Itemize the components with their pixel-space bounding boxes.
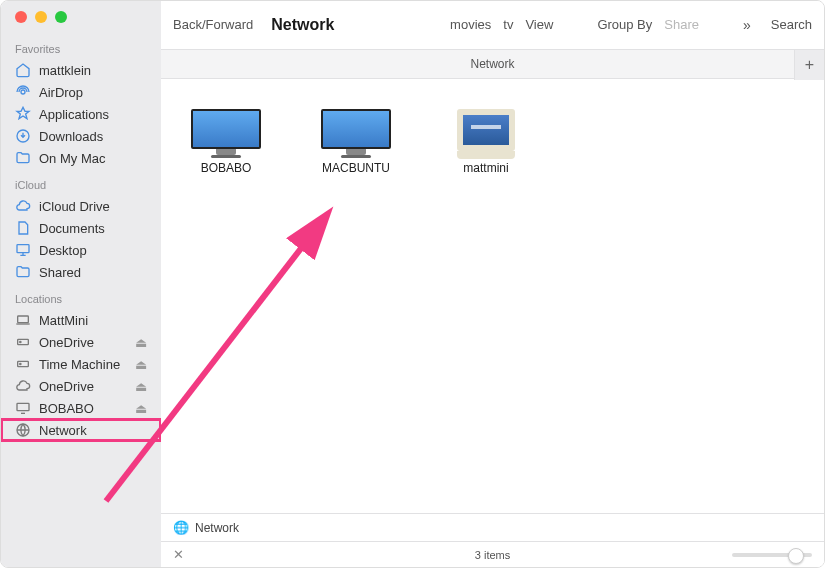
sidebar-item-onedrive[interactable]: OneDrive⏏ <box>1 331 161 353</box>
sidebar-item-shared[interactable]: Shared <box>1 261 161 283</box>
disk-icon <box>15 356 31 372</box>
view-button[interactable]: View <box>525 17 553 32</box>
sidebar-item-label: OneDrive <box>39 379 127 394</box>
sidebar-item-mattmini[interactable]: MattMini <box>1 309 161 331</box>
item-label: BOBABO <box>201 161 252 175</box>
section-locations: Locations <box>1 283 161 309</box>
sidebar-item-label: MattMini <box>39 313 147 328</box>
folder-icon <box>15 264 31 280</box>
status-bar: ✕ 3 items <box>161 541 824 567</box>
icon-size-slider[interactable] <box>732 553 812 557</box>
chevron-right-icon[interactable]: » <box>743 17 751 33</box>
search-button[interactable]: Search <box>771 17 812 32</box>
network-icon: 🌐 <box>173 520 189 535</box>
sidebar-item-downloads[interactable]: Downloads <box>1 125 161 147</box>
svg-rect-2 <box>17 245 29 253</box>
toolbar: Back/Forward Network movies tv View Grou… <box>161 1 824 49</box>
group-by-button[interactable]: Group By <box>597 17 652 32</box>
column-header: Network + <box>161 49 824 79</box>
back-forward-button[interactable]: Back/Forward <box>173 17 253 32</box>
sidebar-item-label: iCloud Drive <box>39 199 147 214</box>
sidebar-item-label: Desktop <box>39 243 147 258</box>
network-icon <box>15 422 31 438</box>
sidebar-item-label: mattklein <box>39 63 147 78</box>
sidebar: Favorites mattkleinAirDropApplicationsDo… <box>1 1 161 567</box>
add-column-button[interactable]: + <box>794 50 824 80</box>
sidebar-item-mattklein[interactable]: mattklein <box>1 59 161 81</box>
item-label: MACBUNTU <box>322 161 390 175</box>
item-label: mattmini <box>463 161 508 175</box>
airdrop-icon <box>15 84 31 100</box>
path-bar: 🌐 Network <box>161 513 824 541</box>
minimize-icon[interactable] <box>35 11 47 23</box>
window-title: Network <box>271 16 334 34</box>
window-controls <box>1 11 161 33</box>
eject-icon[interactable]: ⏏ <box>135 335 147 350</box>
tv-button[interactable]: tv <box>503 17 513 32</box>
section-favorites: Favorites <box>1 33 161 59</box>
sidebar-item-label: Applications <box>39 107 147 122</box>
home-icon <box>15 62 31 78</box>
sidebar-item-network[interactable]: Network <box>1 419 161 441</box>
sidebar-item-applications[interactable]: Applications <box>1 103 161 125</box>
sidebar-item-icloud-drive[interactable]: iCloud Drive <box>1 195 161 217</box>
mac-display-icon <box>191 109 261 153</box>
content-area[interactable]: BOBABOMACBUNTUmattmini <box>161 79 824 513</box>
path-label[interactable]: Network <box>195 521 239 535</box>
sidebar-item-label: OneDrive <box>39 335 127 350</box>
cloud-icon <box>15 378 31 394</box>
document-icon <box>15 220 31 236</box>
svg-point-5 <box>20 341 21 342</box>
mac-icon <box>15 312 31 328</box>
network-item-mattmini[interactable]: mattmini <box>441 109 531 175</box>
sidebar-item-desktop[interactable]: Desktop <box>1 239 161 261</box>
sidebar-item-label: Documents <box>39 221 147 236</box>
share-button[interactable]: Share <box>664 17 699 32</box>
eject-icon[interactable]: ⏏ <box>135 401 147 416</box>
sidebar-item-label: On My Mac <box>39 151 147 166</box>
header-title: Network <box>470 57 514 71</box>
movies-button[interactable]: movies <box>450 17 491 32</box>
desktop-icon <box>15 242 31 258</box>
close-tab-icon[interactable]: ✕ <box>173 547 184 562</box>
disk-icon <box>15 334 31 350</box>
sidebar-item-label: Downloads <box>39 129 147 144</box>
applications-icon <box>15 106 31 122</box>
network-item-macbuntu[interactable]: MACBUNTU <box>311 109 401 175</box>
svg-rect-3 <box>18 316 29 323</box>
downloads-icon <box>15 128 31 144</box>
sidebar-item-label: Shared <box>39 265 147 280</box>
maximize-icon[interactable] <box>55 11 67 23</box>
section-icloud: iCloud <box>1 169 161 195</box>
sidebar-item-label: BOBABO <box>39 401 127 416</box>
folder-icon <box>15 150 31 166</box>
display-icon <box>15 400 31 416</box>
main-pane: Back/Forward Network movies tv View Grou… <box>161 1 824 567</box>
sidebar-item-airdrop[interactable]: AirDrop <box>1 81 161 103</box>
network-item-bobabo[interactable]: BOBABO <box>181 109 271 175</box>
sidebar-item-label: AirDrop <box>39 85 147 100</box>
sidebar-item-bobabo[interactable]: BOBABO⏏ <box>1 397 161 419</box>
sidebar-item-documents[interactable]: Documents <box>1 217 161 239</box>
pc-display-icon <box>451 109 521 153</box>
eject-icon[interactable]: ⏏ <box>135 379 147 394</box>
sidebar-item-label: Time Machine <box>39 357 127 372</box>
sidebar-item-time-machine[interactable]: Time Machine⏏ <box>1 353 161 375</box>
sidebar-item-label: Network <box>39 423 147 438</box>
svg-rect-8 <box>17 403 29 410</box>
svg-point-7 <box>20 363 21 364</box>
cloud-icon <box>15 198 31 214</box>
sidebar-item-on-my-mac[interactable]: On My Mac <box>1 147 161 169</box>
item-count: 3 items <box>475 549 510 561</box>
svg-point-0 <box>21 90 25 94</box>
close-icon[interactable] <box>15 11 27 23</box>
sidebar-item-onedrive[interactable]: OneDrive⏏ <box>1 375 161 397</box>
eject-icon[interactable]: ⏏ <box>135 357 147 372</box>
mac-display-icon <box>321 109 391 153</box>
